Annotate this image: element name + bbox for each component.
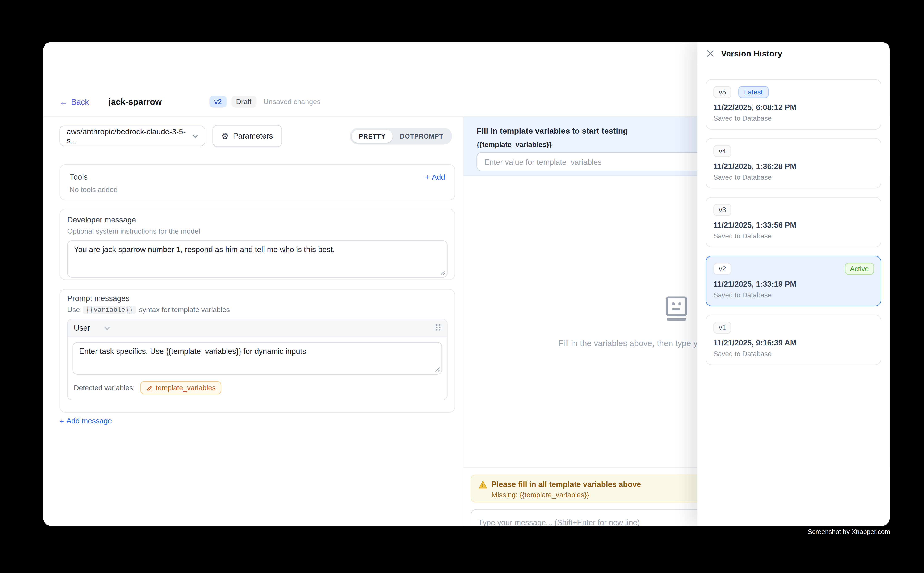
robot-face-icon xyxy=(663,296,690,323)
editor-pane: aws/anthropic/bedrock-claude-3-5-s... ⚙ … xyxy=(44,117,463,526)
template-variable-chip[interactable]: template_variables xyxy=(140,381,221,394)
draft-badge: Draft xyxy=(231,96,256,108)
view-mode-toggle: PRETTY DOTPROMPT xyxy=(350,128,452,144)
page-title: jack-sparrow xyxy=(108,97,162,106)
developer-message-title: Developer message xyxy=(67,215,447,224)
resize-grip-icon[interactable] xyxy=(435,367,440,372)
plus-icon: + xyxy=(60,417,64,425)
prompt-message-block: User Enter task xyxy=(67,319,447,400)
message-body: Enter task specifics. Use {{template_var… xyxy=(68,337,447,379)
version-timestamp: 11/21/2025, 1:36:28 PM xyxy=(713,162,874,171)
tools-empty-text: No tools added xyxy=(69,186,445,194)
back-arrow-icon: ← xyxy=(60,97,67,106)
version-saved-label: Saved to Database xyxy=(713,350,874,357)
variable-syntax-hint: Use {{variable}} syntax for template var… xyxy=(67,305,447,314)
user-message-textarea[interactable]: Enter task specifics. Use {{template_var… xyxy=(73,342,442,375)
version-saved-label: Saved to Database xyxy=(713,291,874,299)
model-row: aws/anthropic/bedrock-claude-3-5-s... ⚙ … xyxy=(60,125,452,147)
drag-dots-icon xyxy=(436,323,441,331)
version-card-v1[interactable]: v1 11/21/2025, 9:16:39 AM Saved to Datab… xyxy=(706,315,881,365)
tools-card: Tools + Add No tools added xyxy=(60,164,455,200)
version-saved-label: Saved to Database xyxy=(713,115,874,122)
hint-prefix: Use xyxy=(67,305,80,314)
version-badge: v2 xyxy=(209,96,226,108)
developer-message-subtitle: Optional system instructions for the mod… xyxy=(67,227,447,235)
parameters-label: Parameters xyxy=(233,132,273,140)
developer-message-card: Developer message Optional system instru… xyxy=(60,209,455,280)
prompt-messages-title: Prompt messages xyxy=(67,294,447,303)
version-tag: v1 xyxy=(713,322,731,334)
latest-badge: Latest xyxy=(738,86,769,98)
resize-grip-icon[interactable] xyxy=(440,270,446,275)
add-message-button[interactable]: + Add message xyxy=(60,417,112,425)
role-select[interactable]: User xyxy=(74,323,110,332)
add-message-label: Add message xyxy=(66,417,112,425)
screenshot-stage: ← Back jack-sparrow v2 Draft Unsaved cha… xyxy=(0,0,924,573)
version-timestamp: 11/21/2025, 1:33:19 PM xyxy=(713,280,874,288)
xnapper-watermark: Screenshot by Xnapper.com xyxy=(808,528,890,535)
developer-message-textarea[interactable]: You are jack sparrow number 1, respond a… xyxy=(67,240,447,278)
plus-icon: + xyxy=(425,173,430,181)
close-icon[interactable] xyxy=(706,49,715,58)
tools-header: Tools + Add xyxy=(69,172,445,182)
unsaved-changes-label: Unsaved changes xyxy=(264,98,320,106)
toggle-pretty[interactable]: PRETTY xyxy=(351,129,393,142)
version-saved-label: Saved to Database xyxy=(713,174,874,181)
developer-textarea-wrap: You are jack sparrow number 1, respond a… xyxy=(67,240,447,278)
header-row: ← Back jack-sparrow v2 Draft Unsaved cha… xyxy=(60,94,320,109)
version-timestamp: 11/22/2025, 6:08:12 PM xyxy=(713,103,874,112)
back-label: Back xyxy=(71,97,89,106)
warning-title: Please fill in all template variables ab… xyxy=(491,480,641,488)
version-saved-label: Saved to Database xyxy=(713,233,874,240)
chevron-down-icon xyxy=(192,134,198,138)
app-window: ← Back jack-sparrow v2 Draft Unsaved cha… xyxy=(44,42,889,526)
version-tag: v3 xyxy=(713,204,731,216)
add-tool-button[interactable]: + Add xyxy=(425,173,445,181)
version-tag: v2 xyxy=(713,263,731,275)
version-history-panel: Version History v5 Latest 11/22/2025, 6:… xyxy=(697,42,889,526)
role-select-value: User xyxy=(74,323,90,332)
version-timestamp: 11/21/2025, 1:33:56 PM xyxy=(713,221,874,229)
model-select-value: aws/anthropic/bedrock-claude-3-5-s... xyxy=(67,127,192,145)
version-card-v2[interactable]: v2 Active 11/21/2025, 1:33:19 PM Saved t… xyxy=(706,256,881,306)
chevron-down-icon xyxy=(104,326,110,330)
version-history-title: Version History xyxy=(721,49,782,58)
gear-icon: ⚙ xyxy=(221,132,229,140)
variable-code-chip: {{variable}} xyxy=(83,305,136,314)
message-role-header: User xyxy=(68,319,447,337)
back-button[interactable]: ← Back xyxy=(60,97,89,106)
parameters-button[interactable]: ⚙ Parameters xyxy=(212,125,282,147)
template-variable-chip-label: template_variables xyxy=(156,384,216,392)
model-select[interactable]: aws/anthropic/bedrock-claude-3-5-s... xyxy=(60,125,205,146)
version-card-v3[interactable]: v3 11/21/2025, 1:33:56 PM Saved to Datab… xyxy=(706,197,881,247)
warning-icon xyxy=(478,480,487,488)
version-timestamp: 11/21/2025, 9:16:39 AM xyxy=(713,338,874,347)
hint-suffix: syntax for template variables xyxy=(139,305,230,314)
detected-variables-row: Detected variables: template_variables xyxy=(68,379,447,400)
version-card-v4[interactable]: v4 11/21/2025, 1:36:28 PM Saved to Datab… xyxy=(706,138,881,188)
version-tag: v4 xyxy=(713,145,731,157)
active-badge: Active xyxy=(845,263,874,275)
detected-variables-label: Detected variables: xyxy=(74,384,135,392)
add-tool-label: Add xyxy=(432,173,445,181)
version-history-header: Version History xyxy=(697,42,889,65)
tools-title: Tools xyxy=(69,172,88,182)
toggle-dotprompt[interactable]: DOTPROMPT xyxy=(393,129,450,142)
version-list: v5 Latest 11/22/2025, 6:08:12 PM Saved t… xyxy=(697,66,889,365)
pencil-icon xyxy=(146,385,153,391)
version-tag: v5 xyxy=(713,86,731,98)
drag-handle[interactable] xyxy=(436,323,441,333)
user-textarea-wrap: Enter task specifics. Use {{template_var… xyxy=(73,342,442,375)
version-card-v5[interactable]: v5 Latest 11/22/2025, 6:08:12 PM Saved t… xyxy=(706,79,881,130)
prompt-messages-card: Prompt messages Use {{variable}} syntax … xyxy=(60,289,455,413)
